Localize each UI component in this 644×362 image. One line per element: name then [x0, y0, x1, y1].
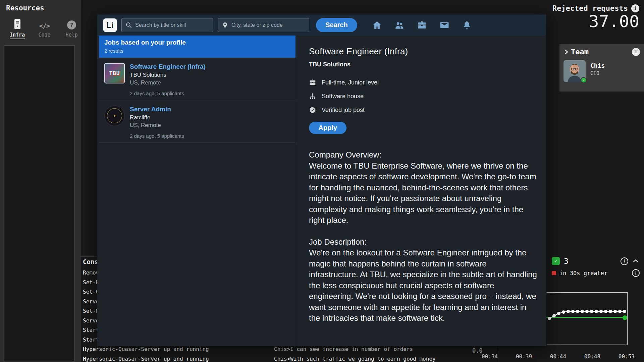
linkedin-logo[interactable]: Li: [103, 18, 117, 32]
company-overview-text: Welcome to TBU Enterprise Software, wher…: [309, 161, 538, 226]
server-icon: [13, 17, 22, 29]
info-icon[interactable]: i: [631, 4, 639, 12]
alert-condition-label: in 30s greater: [559, 270, 607, 277]
resources-title: Resources: [0, 0, 81, 12]
rejected-requests-metric: Rejected requests i 37.00: [552, 4, 639, 30]
job-detail-title: Software Engineer (Infra): [309, 46, 538, 57]
job-list-item-software-engineer[interactable]: TBU Software Engineer (Infra) TBU Soluti…: [99, 58, 296, 100]
chevron-right-icon[interactable]: [564, 49, 569, 55]
rejected-requests-value: 37.00: [589, 13, 639, 30]
job-detail-company: TBU Solutions: [309, 61, 538, 68]
home-icon[interactable]: [372, 20, 382, 30]
info-icon[interactable]: i: [632, 269, 640, 277]
x-tick: 00:44: [550, 353, 566, 360]
briefcase-icon[interactable]: [417, 20, 427, 30]
nav-icons: [372, 20, 472, 30]
sidebar-tab-infra[interactable]: Infra: [8, 17, 26, 39]
x-tick: 00:39: [516, 353, 532, 360]
location-input[interactable]: [231, 22, 305, 28]
org-structure-icon: [309, 93, 316, 100]
ratcliffe-logo: ✦: [104, 106, 125, 126]
job-company: TBU Solutions: [130, 72, 206, 78]
bell-icon[interactable]: [462, 20, 472, 30]
chart-y-zero-label: 0.0: [472, 347, 483, 354]
job-list-item-server-admin[interactable]: ✦ Server Admin Ratcliffe US, Remote 2 da…: [99, 100, 296, 143]
team-title: Team: [571, 48, 589, 56]
chat-message: Chis>With such traffic we going to earn …: [274, 354, 436, 362]
title-search-field[interactable]: [121, 18, 213, 32]
tbu-logo: TBU: [104, 63, 125, 83]
attr-text: Software house: [322, 93, 364, 100]
job-board-window: Li Search: [97, 14, 546, 346]
people-icon[interactable]: [394, 20, 405, 30]
alert-legend-swatch: [552, 271, 556, 275]
resources-sidebar: Resources Infra </> Code ? H: [0, 0, 81, 362]
team-member: ✓ Chis CEO: [564, 60, 640, 82]
sidebar-tab-code-label: Code: [38, 32, 50, 39]
job-board-navbar: Li Search: [97, 14, 546, 36]
sidebar-tab-code[interactable]: </> Code: [35, 17, 54, 39]
job-list-count: 2 results: [104, 48, 290, 54]
attr-text: Full-time, Junior level: [322, 79, 379, 86]
x-tick: 00:34: [482, 353, 498, 360]
job-board-body: Jobs based on your profile 2 results TBU…: [97, 36, 546, 346]
monitor-panel-header: ✓ 3 i in 30s greater i: [552, 257, 640, 277]
sidebar-tab-infra-label: Infra: [10, 32, 25, 39]
chat-panel: Chis>I can see increase in number of ord…: [274, 345, 436, 362]
job-attribute-employment: Full-time, Junior level: [309, 78, 538, 87]
job-description-block: Company Overview: Welcome to TBU Enterpr…: [309, 149, 538, 324]
job-list-panel: Jobs based on your profile 2 results TBU…: [99, 36, 296, 346]
job-meta: 2 days ago, 5 applicants: [130, 90, 206, 96]
sidebar-tab-help-label: Help: [65, 32, 77, 39]
job-list-title: Jobs based on your profile: [104, 39, 290, 46]
job-meta: 2 days ago, 5 applicants: [130, 133, 184, 139]
avatar[interactable]: ✓: [564, 60, 586, 82]
monitor-ok-count: 3: [564, 257, 569, 265]
search-input[interactable]: [135, 22, 209, 28]
info-icon[interactable]: i: [632, 48, 640, 56]
member-role: CEO: [590, 70, 605, 76]
info-icon[interactable]: i: [621, 257, 628, 265]
resources-panel: [4, 45, 75, 361]
location-pin-icon: [222, 22, 228, 28]
job-attribute-company-type: Software house: [309, 92, 538, 101]
job-description-heading: Job Description:: [309, 237, 538, 248]
company-overview-heading: Company Overview:: [309, 149, 538, 161]
search-icon: [125, 22, 132, 28]
messages-icon[interactable]: [439, 20, 449, 30]
code-icon: </>: [39, 17, 50, 29]
team-panel: Team i ✓ Chis CEO: [559, 44, 644, 92]
check-icon: ✓: [552, 257, 560, 265]
chat-message: Chis>I can see increase in number of ord…: [274, 345, 436, 354]
sidebar-tabs: Infra </> Code ? Help: [0, 17, 81, 39]
team-header: Team i: [564, 48, 640, 56]
attr-text: Verified job post: [322, 107, 365, 114]
rejected-requests-label: Rejected requests: [552, 4, 628, 12]
job-list-header: Jobs based on your profile 2 results: [99, 36, 296, 58]
location-search-field[interactable]: [218, 18, 309, 32]
job-attributes: Full-time, Junior level Software: [309, 78, 538, 114]
sidebar-tab-help[interactable]: ? Help: [62, 17, 81, 39]
game-screen: Resources Infra </> Code ? H: [0, 0, 644, 362]
chevron-up-icon[interactable]: [632, 257, 640, 265]
job-detail-panel: Software Engineer (Infra) TBU Solutions …: [296, 36, 546, 346]
job-attribute-verified: Verified job post: [309, 106, 538, 114]
x-tick: 00:53: [619, 353, 635, 360]
job-description-text: We're on the lookout for a Software Engi…: [309, 247, 538, 324]
search-button[interactable]: Search: [316, 18, 357, 32]
job-location: US, Remote: [130, 122, 184, 129]
apply-button[interactable]: Apply: [309, 122, 346, 134]
member-name: Chis: [590, 62, 605, 69]
job-company: Ratcliffe: [130, 114, 184, 121]
job-location: US, Remote: [130, 79, 206, 86]
verified-icon: [309, 106, 316, 114]
online-check-badge: ✓: [581, 77, 587, 83]
briefcase-icon: [309, 79, 316, 86]
x-tick: 00:48: [584, 353, 600, 360]
help-icon: ?: [67, 17, 76, 29]
chart-x-axis: 00:34 00:39 00:44 00:48 00:53: [482, 353, 635, 360]
job-title: Server Admin: [130, 106, 184, 113]
job-title: Software Engineer (Infra): [130, 63, 206, 70]
